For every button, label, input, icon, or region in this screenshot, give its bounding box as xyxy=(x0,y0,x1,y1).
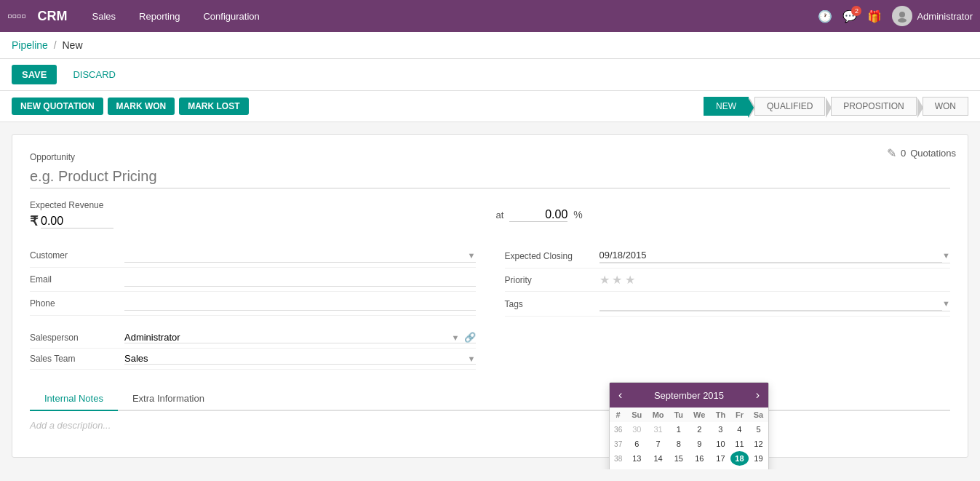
col-th: Th xyxy=(711,408,730,422)
calendar-day[interactable]: 13 xyxy=(626,451,647,466)
user-name: Administrator xyxy=(917,11,973,22)
quotations-button[interactable]: ✎ 0 Quotations xyxy=(887,146,956,160)
customer-dropdown-arrow[interactable]: ▼ xyxy=(468,251,476,260)
opportunity-input[interactable] xyxy=(30,165,950,188)
star-3[interactable]: ★ xyxy=(625,274,635,286)
col-we: We xyxy=(688,408,711,422)
clock-icon[interactable]: 🕐 xyxy=(818,9,832,23)
calendar-prev-button[interactable]: ‹ xyxy=(618,389,622,402)
phone-input[interactable] xyxy=(124,296,476,311)
tab-extra-information[interactable]: Extra Information xyxy=(118,387,219,411)
calendar-day[interactable]: 31 xyxy=(647,422,669,437)
tags-dropdown-arrow[interactable]: ▼ xyxy=(942,299,950,308)
nav-configuration[interactable]: Configuration xyxy=(197,8,265,25)
customer-input[interactable] xyxy=(124,248,468,262)
salesperson-label: Salesperson xyxy=(30,333,124,343)
calendar-day[interactable]: 18 xyxy=(730,451,749,466)
calendar-day[interactable]: 22 xyxy=(669,466,688,469)
mark-lost-button[interactable]: MARK LOST xyxy=(179,98,248,115)
week-number: 36 xyxy=(610,422,626,437)
calendar-day[interactable]: 26 xyxy=(749,466,768,469)
week-number: 37 xyxy=(610,437,626,451)
calendar-day[interactable]: 8 xyxy=(669,437,688,451)
calendar-day[interactable]: 20 xyxy=(626,466,647,469)
top-nav-right: 🕐 💬 2 🎁 Administrator xyxy=(818,6,973,26)
calendar-day[interactable]: 12 xyxy=(749,437,768,451)
sales-team-input[interactable] xyxy=(124,353,468,364)
stage-new[interactable]: NEW xyxy=(704,97,749,116)
star-2[interactable]: ★ xyxy=(612,274,622,286)
currency-symbol: ₹ xyxy=(30,213,38,229)
closing-dropdown-arrow[interactable]: ▼ xyxy=(942,251,950,260)
expected-closing-input[interactable] xyxy=(599,248,943,263)
form-card: ✎ 0 Quotations Opportunity Expected Reve… xyxy=(12,134,968,458)
breadcrumb-parent[interactable]: Pipeline xyxy=(12,39,48,51)
stage-qualified[interactable]: QUALIFIED xyxy=(754,97,825,116)
edit-icon: ✎ xyxy=(887,146,896,160)
email-label: Email xyxy=(30,274,124,285)
calendar-day[interactable]: 19 xyxy=(749,451,768,466)
messages-icon[interactable]: 💬 2 xyxy=(842,9,857,23)
discard-button[interactable]: DISCARD xyxy=(63,65,126,84)
left-fields: Customer ▼ Email Phone xyxy=(30,244,476,370)
new-quotation-button[interactable]: NEW QUOTATION xyxy=(12,98,103,115)
calendar-day[interactable]: 24 xyxy=(711,466,730,469)
calendar-day[interactable]: 10 xyxy=(711,437,730,451)
calendar-day[interactable]: 23 xyxy=(688,466,711,469)
email-input[interactable] xyxy=(124,272,476,287)
expected-revenue-section: Expected Revenue ₹ xyxy=(30,200,485,229)
calendar-day[interactable]: 21 xyxy=(647,466,669,469)
calendar-day[interactable]: 9 xyxy=(688,437,711,451)
star-1[interactable]: ★ xyxy=(599,274,610,286)
nav-reporting[interactable]: Reporting xyxy=(133,8,186,25)
revenue-input[interactable] xyxy=(41,215,113,228)
stage-proposition[interactable]: PROPOSITION xyxy=(831,97,916,116)
expected-closing-row: Expected Closing ▼ xyxy=(505,244,951,269)
salesperson-field: ▼ 🔗 xyxy=(124,332,476,343)
opportunity-section: Opportunity xyxy=(30,152,950,188)
action-bar: SAVE DISCARD xyxy=(0,59,980,91)
salesperson-input[interactable] xyxy=(124,332,447,343)
calendar-day[interactable]: 5 xyxy=(749,422,768,437)
calendar-day[interactable]: 1 xyxy=(669,422,688,437)
tags-input[interactable] xyxy=(599,296,943,311)
calendar-table: # Su Mo Tu We Th Fr Sa 36303112345376789… xyxy=(610,408,768,469)
calendar-day[interactable]: 25 xyxy=(730,466,749,469)
week-number: 38 xyxy=(610,451,626,466)
avatar xyxy=(892,6,912,26)
calendar-day[interactable]: 6 xyxy=(626,437,647,451)
salesperson-dropdown-arrow[interactable]: ▼ xyxy=(452,333,460,342)
calendar-next-button[interactable]: › xyxy=(756,389,760,402)
stage-won[interactable]: WON xyxy=(923,97,968,116)
gift-icon[interactable]: 🎁 xyxy=(867,9,882,23)
calendar-day[interactable]: 30 xyxy=(626,422,647,437)
breadcrumb-separator: / xyxy=(54,39,57,51)
opportunity-label: Opportunity xyxy=(30,152,950,162)
nav-sales[interactable]: Sales xyxy=(87,8,122,25)
probability-input[interactable] xyxy=(509,208,567,222)
mark-won-button[interactable]: MARK WON xyxy=(108,98,175,115)
tags-label: Tags xyxy=(505,299,599,309)
grid-icon[interactable]: ▫▫▫▫ xyxy=(7,9,26,24)
phone-row: Phone xyxy=(30,292,476,316)
customer-row: Customer ▼ xyxy=(30,244,476,268)
calendar-day[interactable]: 11 xyxy=(730,437,749,451)
calendar-day[interactable]: 2 xyxy=(688,422,711,437)
calendar-day[interactable]: 17 xyxy=(711,451,730,466)
tab-internal-notes[interactable]: Internal Notes xyxy=(30,387,118,411)
calendar-day[interactable]: 15 xyxy=(669,451,688,466)
user-avatar-area[interactable]: Administrator xyxy=(892,6,973,26)
sales-team-dropdown-arrow[interactable]: ▼ xyxy=(468,354,476,363)
calendar-day[interactable]: 16 xyxy=(688,451,711,466)
expected-revenue-label: Expected Revenue xyxy=(30,200,485,210)
stage-bar: NEW QUOTATION MARK WON MARK LOST NEW QUA… xyxy=(0,91,980,122)
save-button[interactable]: SAVE xyxy=(12,65,57,84)
description-area[interactable]: Add a description... xyxy=(30,411,950,440)
calendar-day[interactable]: 14 xyxy=(647,451,669,466)
calendar-day[interactable]: 4 xyxy=(730,422,749,437)
percent-symbol: % xyxy=(573,209,582,220)
calendar-day[interactable]: 3 xyxy=(711,422,730,437)
external-link-icon[interactable]: 🔗 xyxy=(464,332,476,343)
probability-section: at % xyxy=(496,208,951,222)
calendar-day[interactable]: 7 xyxy=(647,437,669,451)
